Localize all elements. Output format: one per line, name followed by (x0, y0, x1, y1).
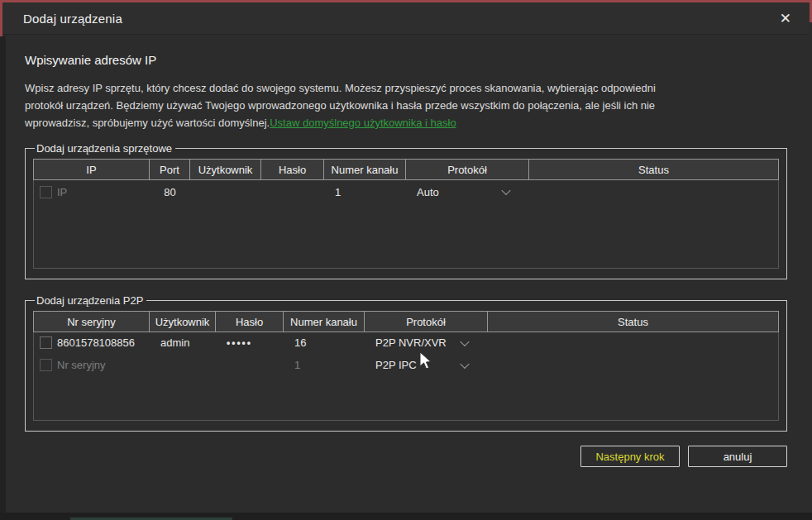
serial-input[interactable]: Nr seryjny (57, 359, 106, 371)
user-input[interactable]: admin (150, 336, 216, 349)
channels-input[interactable]: 16 (284, 336, 365, 349)
col-ip: IP (34, 160, 150, 179)
protocol-select[interactable]: P2P NVR/XVR (365, 336, 488, 349)
col-status: Status (488, 312, 778, 332)
cancel-button[interactable]: anuluj (688, 446, 787, 467)
close-icon[interactable]: ✕ (776, 10, 795, 27)
dialog-footer: Następny krok anuluj (25, 446, 787, 467)
p2p-group-title: Dodaj urządzenia P2P (35, 294, 146, 307)
p2p-table-header: Nr seryjny Użytkownik Hasło Numer kanału… (33, 311, 779, 332)
dialog-body: Wpisywanie adresów IP Wpisz adresy IP sp… (7, 35, 805, 467)
page-title: Wpisywanie adresów IP (25, 53, 787, 67)
col-channels: Numer kanału (324, 160, 406, 179)
hardware-devices-table: IP Port Użytkownik Hasło Numer kanału Pr… (33, 159, 779, 269)
chevron-down-icon[interactable] (460, 336, 469, 346)
row-checkbox[interactable] (40, 186, 52, 198)
hardware-devices-group: Dodaj urządzenia sprzętowe IP Port Użytk… (25, 142, 787, 279)
set-default-credentials-link[interactable]: Ustaw domyślnego użytkownika i hasło (270, 117, 456, 129)
chevron-down-icon[interactable] (501, 186, 510, 195)
col-port: Port (150, 160, 190, 179)
col-user: Użytkownik (150, 312, 216, 332)
chevron-down-icon[interactable] (460, 359, 469, 368)
serial-input[interactable]: 8601578108856 (57, 336, 135, 349)
dialog-titlebar: Dodaj urządzenia ✕ (2, 2, 810, 35)
intro-line1: Wpisz adresy IP sprzętu, który chcesz do… (25, 82, 656, 94)
serial-cell[interactable]: 8601578108856 (34, 336, 150, 349)
row-checkbox[interactable] (40, 336, 52, 349)
hardware-group-title: Dodaj urządzenia sprzętowe (35, 142, 175, 155)
table-row: Nr seryjny 1 P2P IPC (34, 354, 778, 376)
p2p-devices-group: Dodaj urządzenia P2P Nr seryjny Użytkown… (25, 294, 787, 432)
col-status: Status (529, 160, 778, 179)
channels-input[interactable]: 1 (284, 359, 365, 371)
col-protocol: Protokół (365, 312, 488, 332)
password-input[interactable]: ••••• (216, 337, 284, 349)
ip-cell[interactable]: IP (34, 186, 150, 198)
dialog-title: Dodaj urządzenia (23, 12, 122, 26)
protocol-select[interactable]: P2P IPC (365, 359, 488, 371)
add-devices-dialog: Dodaj urządzenia ✕ Wpisywanie adresów IP… (0, 0, 812, 520)
col-password: Hasło (261, 160, 324, 179)
col-password: Hasło (216, 312, 284, 332)
channels-input[interactable]: 1 (324, 186, 406, 198)
protocol-value: Auto (417, 186, 439, 198)
intro-line2: protokół urządzeń. Będziemy używać Twoje… (25, 99, 655, 112)
next-step-button[interactable]: Następny krok (580, 446, 680, 467)
port-input[interactable]: 80 (150, 186, 190, 198)
col-user: Użytkownik (190, 160, 261, 179)
col-channels: Numer kanału (284, 312, 365, 332)
hardware-table-header: IP Port Użytkownik Hasło Numer kanału Pr… (33, 159, 779, 180)
window-edge-left (0, 36, 6, 513)
col-serial: Nr seryjny (34, 312, 150, 332)
serial-cell[interactable]: Nr seryjny (34, 359, 150, 371)
row-checkbox[interactable] (40, 359, 52, 371)
table-row: 8601578108856 admin ••••• 16 P2P NVR/XVR (34, 332, 778, 354)
ip-input[interactable]: IP (57, 186, 67, 198)
protocol-value: P2P NVR/XVR (375, 336, 447, 349)
intro-text: Wpisz adresy IP sprzętu, który chcesz do… (25, 79, 787, 131)
col-protocol: Protokół (406, 160, 529, 179)
table-row: IP 80 1 Auto (34, 179, 778, 204)
protocol-select[interactable]: Auto (406, 186, 529, 198)
p2p-devices-table: Nr seryjny Użytkownik Hasło Numer kanału… (33, 311, 779, 421)
protocol-value: P2P IPC (375, 359, 417, 371)
intro-line3: wprowadzisz, spróbujemy użyć wartości do… (25, 117, 270, 129)
